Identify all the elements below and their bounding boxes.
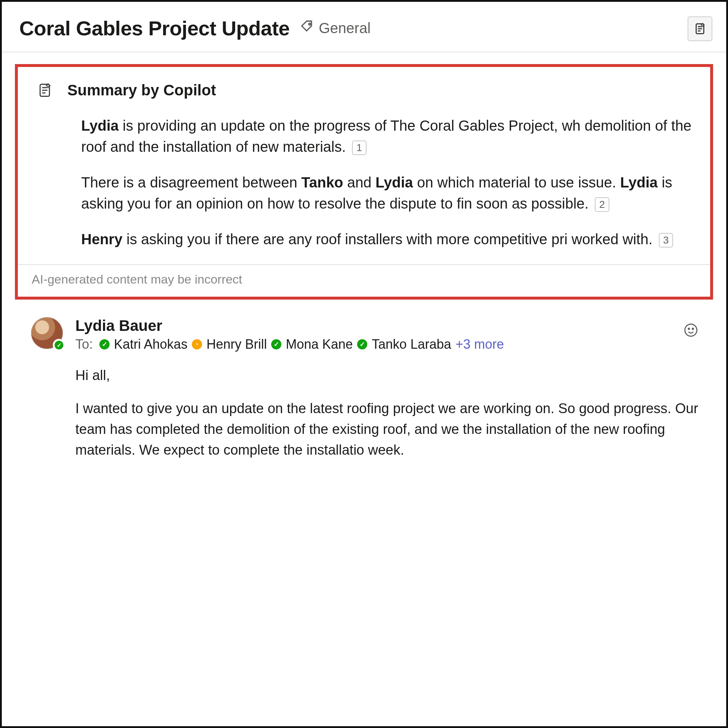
svg-point-3 [685,324,697,336]
summary-text: on which material to use issue. [413,174,620,190]
sender-name[interactable]: Lydia Bauer [75,317,704,335]
presence-icon [357,339,367,349]
recipient[interactable]: Mona Kane [286,337,353,352]
presence-icon [99,339,110,349]
message-body: Hi all, I wanted to give you an update o… [75,365,704,460]
category-label: General [319,20,370,37]
summary-text: is asking you if there are any roof inst… [122,231,652,247]
copilot-summary-card: Summary by Copilot Lydia is providing an… [15,64,713,300]
sender-avatar[interactable] [31,317,63,349]
presence-badge-available [53,339,65,351]
to-label: To: [75,337,93,352]
summarize-button[interactable] [688,16,712,41]
summary-text: is providing an update on the progress o… [81,118,691,155]
person-mention: Tanko [301,174,343,190]
body-paragraph: Hi all, [75,365,704,386]
recipient[interactable]: Katri Ahokas [114,337,187,352]
subject-title: Coral Gables Project Update [19,16,290,40]
summary-title: Summary by Copilot [67,81,216,99]
summary-header: Summary by Copilot [34,81,694,99]
citation-3[interactable]: 3 [659,233,673,248]
svg-point-5 [692,328,693,329]
summary-paragraph: There is a disagreement between Tanko an… [81,172,694,214]
citation-1[interactable]: 1 [352,141,367,155]
summary-text: and [343,174,376,190]
copilot-summary-icon [37,82,53,98]
summary-text: There is a disagreement between [81,174,301,190]
citation-2[interactable]: 2 [595,197,609,212]
person-mention: Lydia [620,174,658,190]
person-mention: Lydia [81,118,119,134]
body-paragraph: I wanted to give you an update on the la… [75,398,704,460]
summary-paragraph: Henry is asking you if there are any roo… [81,229,694,250]
recipients-line: To: Katri Ahokas Henry Brill Mona Kane T… [75,337,704,352]
summary-divider [18,264,710,265]
svg-point-4 [688,328,690,329]
recipient[interactable]: Henry Brill [206,337,267,352]
svg-point-0 [309,23,310,25]
email-reading-pane: Coral Gables Project Update General Summ… [0,0,728,728]
react-button[interactable] [681,321,701,340]
ai-disclaimer: AI-generated content may be incorrect [32,272,694,286]
person-mention: Lydia [376,174,413,190]
tag-icon [300,19,315,37]
category-chip[interactable]: General [300,19,370,37]
more-recipients-link[interactable]: +3 more [456,337,504,352]
presence-icon [271,339,281,349]
summary-body: Lydia is providing an update on the prog… [81,115,694,250]
email-message: Lydia Bauer To: Katri Ahokas Henry Brill… [2,300,726,460]
recipient[interactable]: Tanko Laraba [372,337,451,352]
presence-icon [192,339,202,349]
summary-paragraph: Lydia is providing an update on the prog… [81,115,694,157]
person-mention: Henry [81,231,122,247]
message-header: Coral Gables Project Update General [2,2,726,52]
message-header-row: Lydia Bauer To: Katri Ahokas Henry Brill… [31,317,704,352]
